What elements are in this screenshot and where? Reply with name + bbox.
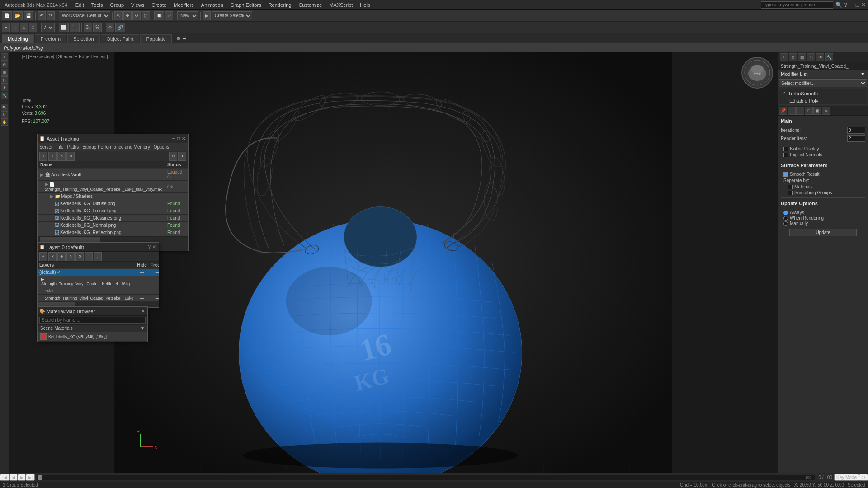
timeline-next-btn[interactable]: ▶| bbox=[26, 474, 35, 481]
rs-pin-icon[interactable]: 📌 bbox=[779, 107, 787, 115]
move-btn[interactable]: ✥ bbox=[123, 11, 132, 20]
tb2-btn9[interactable]: ⚙ bbox=[106, 23, 114, 32]
time-config-btn[interactable]: ⏱ bbox=[859, 474, 868, 481]
asset-menu-server[interactable]: Server bbox=[39, 145, 52, 150]
save-btn[interactable]: 💾 bbox=[24, 11, 33, 20]
layer-props-btn[interactable]: ⚙ bbox=[75, 252, 84, 261]
table-row[interactable]: Strength_Training_Vinyl_Coated_Kettlebel… bbox=[38, 295, 159, 302]
table-row[interactable]: (default) ✓ — — — bbox=[38, 269, 159, 276]
utilities-icon[interactable]: 🔧 bbox=[1, 92, 8, 99]
turbosmooth-modifier[interactable]: ✓ TurboSmooth bbox=[779, 89, 867, 97]
tb2-btn4[interactable]: □ bbox=[29, 23, 37, 32]
material-item[interactable]: Kettlebells_KG (VRayMtl) [16kg] bbox=[38, 332, 147, 342]
rs-vert-icon[interactable]: · bbox=[788, 107, 796, 115]
layer-new-btn[interactable]: + bbox=[39, 252, 47, 261]
rotate-btn[interactable]: ↺ bbox=[132, 11, 141, 20]
material-titlebar[interactable]: 🎨 Material/Map Browser ✕ bbox=[38, 307, 147, 316]
table-row[interactable]: 🖼Kettlebells_KG_Diffuse.png Found bbox=[38, 200, 188, 207]
modifier-list-select[interactable]: Select modifier... bbox=[779, 79, 867, 87]
timeline-slider[interactable]: 0 100 bbox=[37, 475, 815, 480]
timeline-prev-btn[interactable]: ◀ bbox=[9, 474, 18, 481]
asset-tb-btn4[interactable]: ⚙ bbox=[66, 152, 75, 161]
layer-close-btn[interactable]: ✕ bbox=[151, 244, 157, 249]
rs-border-icon[interactable]: □ bbox=[805, 107, 813, 115]
tb2-btn7[interactable]: 3⃣ bbox=[84, 23, 92, 32]
smoothing-row[interactable]: Smoothing Groups bbox=[781, 190, 865, 196]
asset-tb-btn1[interactable]: ↑ bbox=[39, 152, 47, 161]
layer-help-btn[interactable]: ? bbox=[147, 244, 151, 249]
select-filter[interactable]: Create Selection bbox=[212, 11, 252, 20]
rs-tab-display[interactable]: 👁 bbox=[816, 53, 824, 61]
layer-down-btn[interactable]: ↓ bbox=[94, 252, 102, 261]
menu-tools[interactable]: Tools bbox=[88, 1, 107, 9]
scale-btn[interactable]: ⬡ bbox=[142, 11, 150, 20]
material-search-input[interactable] bbox=[39, 317, 146, 324]
tb2-btn8[interactable]: % bbox=[93, 23, 102, 32]
tb2-btn10[interactable]: 🔗 bbox=[115, 23, 125, 32]
new-btn[interactable]: 📄 bbox=[2, 11, 12, 20]
rs-tab-modify[interactable]: ⚙ bbox=[789, 53, 797, 61]
menu-graph-editors[interactable]: Graph Editors bbox=[227, 1, 265, 9]
zoom-icon[interactable]: 🔍 bbox=[1, 104, 8, 111]
tab-object-paint[interactable]: Object Paint bbox=[101, 34, 140, 43]
search-input[interactable] bbox=[761, 1, 833, 9]
asset-tb-btn2[interactable]: ↓ bbox=[48, 152, 57, 161]
menu-group[interactable]: Group bbox=[106, 1, 127, 9]
layer-add-btn[interactable]: ⊕ bbox=[57, 252, 66, 261]
material-close-btn[interactable]: ✕ bbox=[140, 309, 146, 314]
asset-menu-paths[interactable]: Paths bbox=[67, 145, 79, 150]
isoline-row[interactable]: Isoline Display bbox=[781, 146, 865, 152]
layer-select-btn[interactable]: ↖ bbox=[66, 252, 75, 261]
layer-delete-btn[interactable]: ✕ bbox=[48, 252, 57, 261]
table-row[interactable]: ▶🏦Autodesk Vault Logged O... bbox=[38, 169, 188, 181]
smooth-checkbox[interactable] bbox=[783, 172, 788, 177]
tab-selection[interactable]: Selection bbox=[67, 34, 99, 43]
manually-radio[interactable]: Manually bbox=[783, 221, 863, 226]
update-button[interactable]: Update bbox=[789, 229, 857, 236]
select-btn[interactable]: ↖ bbox=[114, 11, 123, 20]
timeline-play-btn[interactable]: ▶ bbox=[18, 474, 26, 481]
table-row[interactable]: 16kg — — — bbox=[38, 287, 159, 295]
asset-scrollbar[interactable] bbox=[38, 236, 188, 242]
create-icon[interactable]: + bbox=[1, 53, 8, 61]
always-radio[interactable]: Always bbox=[783, 210, 863, 215]
render-btn[interactable]: ▶ bbox=[203, 11, 211, 20]
materials-row[interactable]: Materials bbox=[781, 184, 865, 190]
asset-info-btn[interactable]: ℹ bbox=[178, 152, 186, 161]
explicit-row[interactable]: Explicit Normals bbox=[781, 152, 865, 158]
rs-elem-icon[interactable]: ◈ bbox=[822, 107, 830, 115]
tb2-btn1[interactable]: ● bbox=[2, 23, 10, 32]
tab-freeform[interactable]: Freeform bbox=[35, 34, 67, 43]
modifier-list-arrow[interactable]: ▼ bbox=[860, 71, 865, 77]
timeline-back-btn[interactable]: |◀ bbox=[0, 474, 9, 481]
selection-type[interactable]: All bbox=[41, 23, 55, 32]
menu-customize[interactable]: Customize bbox=[295, 1, 326, 9]
asset-tracking-titlebar[interactable]: 📋 Asset Tracking ─ □ ✕ bbox=[38, 134, 188, 143]
iterations-input[interactable] bbox=[847, 127, 865, 134]
table-row[interactable]: ▶📁Maps / Shaders bbox=[38, 193, 188, 200]
menu-help[interactable]: Help bbox=[356, 1, 374, 9]
rs-tab-utilities[interactable]: 🔧 bbox=[825, 53, 833, 61]
asset-close-btn[interactable]: ✕ bbox=[181, 136, 186, 141]
nav-gizmo[interactable]: TOP bbox=[741, 57, 773, 89]
table-row[interactable]: ▶📄Strength_Training_Vinyl_Coated_Kettleb… bbox=[38, 181, 188, 193]
rs-tab-motion[interactable]: ▷ bbox=[807, 53, 815, 61]
materials-checkbox[interactable] bbox=[788, 185, 793, 189]
tab-populate[interactable]: Populate bbox=[140, 34, 171, 43]
asset-tb-btn3[interactable]: ✕ bbox=[57, 152, 66, 161]
asset-menu-bitmap[interactable]: Bitmap Performance and Memory bbox=[82, 145, 150, 150]
mirror-btn[interactable]: ⇄ bbox=[165, 11, 173, 20]
orbit-icon[interactable]: ↻ bbox=[1, 111, 8, 118]
menu-create[interactable]: Create bbox=[148, 1, 170, 9]
view-dropdown[interactable]: New bbox=[177, 11, 198, 20]
close-icon[interactable]: ✕ bbox=[861, 1, 866, 9]
asset-refresh-btn[interactable]: ↻ bbox=[169, 152, 177, 161]
key-mode-btn[interactable]: Key Mode bbox=[834, 474, 859, 481]
viewport-area[interactable]: Total Polys: 3,392 Verts: 3,696 FPS: 107… bbox=[9, 52, 778, 473]
editable-poly-modifier[interactable]: Editable Poly bbox=[779, 97, 867, 104]
menu-animation[interactable]: Animation bbox=[198, 1, 227, 9]
maximize-icon[interactable]: □ bbox=[855, 1, 859, 9]
asset-menu-file[interactable]: File bbox=[56, 145, 63, 150]
asset-menu-options[interactable]: Options bbox=[154, 145, 169, 150]
redo-btn[interactable]: ↷ bbox=[47, 11, 55, 20]
